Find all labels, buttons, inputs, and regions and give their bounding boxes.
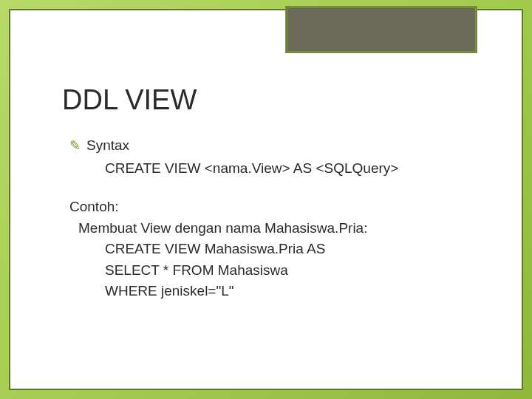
- bullet-label: Syntax: [86, 135, 129, 157]
- code-line-1: CREATE VIEW Mahasiswa.Pria AS: [105, 239, 492, 260]
- syntax-code-line: CREATE VIEW <nama.View> AS <SQLQuery>: [105, 158, 492, 180]
- bullet-syntax: ✎ Syntax: [69, 135, 492, 157]
- example-label: Contoh:: [69, 197, 492, 218]
- code-line-3: WHERE jeniskel="L": [105, 281, 492, 302]
- decorative-corner-box: [285, 6, 477, 53]
- code-line-2: SELECT * FROM Mahasiswa: [105, 260, 492, 282]
- spacer: [62, 179, 492, 197]
- example-description: Membuat View dengan nama Mahasiswa.Pria:: [78, 218, 492, 239]
- scribble-bullet-icon: ✎: [69, 136, 81, 156]
- slide-body: ✎ Syntax CREATE VIEW <nama.View> AS <SQL…: [62, 135, 492, 302]
- slide-card: DDL VIEW ✎ Syntax CREATE VIEW <nama.View…: [9, 9, 523, 390]
- slide-title: DDL VIEW: [62, 84, 492, 116]
- slide-background: DDL VIEW ✎ Syntax CREATE VIEW <nama.View…: [0, 0, 532, 399]
- slide-content: DDL VIEW ✎ Syntax CREATE VIEW <nama.View…: [62, 84, 492, 302]
